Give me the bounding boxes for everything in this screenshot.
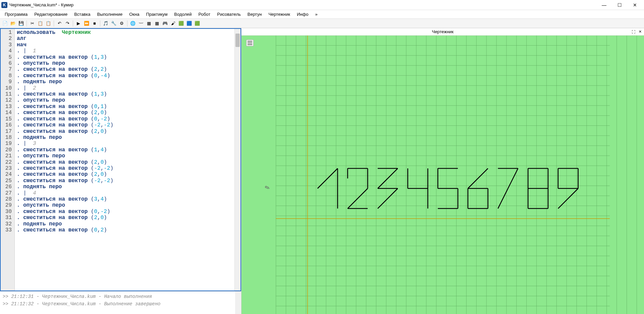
copy-icon[interactable]: 📋	[37, 20, 44, 27]
svg-line-84	[378, 189, 398, 209]
toolbar: 📄📂💾✂📋📋↶↷▶⏩■🎵🔧⚙🌐〰▦▦🎮🖌🟩🟦🟩	[0, 19, 644, 28]
open-file-icon[interactable]: 📂	[9, 20, 17, 27]
game-icon[interactable]: 🎮	[161, 20, 169, 27]
svg-line-79	[347, 189, 368, 209]
svg-line-99	[498, 168, 518, 209]
minimize-button[interactable]: ―	[596, 0, 612, 10]
canvas-menu-icon[interactable]	[246, 40, 254, 46]
menu-4[interactable]: Окна	[126, 11, 143, 18]
menu-3[interactable]: Выполнение	[94, 11, 126, 18]
menu-8[interactable]: Рисователь	[214, 11, 244, 18]
menu-6[interactable]: Водолей	[171, 11, 195, 18]
undo-icon[interactable]: ↶	[56, 20, 63, 27]
module-icon[interactable]: ▦	[145, 20, 153, 27]
console-scrollbar[interactable]	[235, 292, 241, 314]
code-area[interactable]: использовать Чертежникалгнач. | 1. смест…	[15, 29, 234, 291]
svg-line-93	[468, 168, 488, 189]
maximize-button[interactable]: ☐	[612, 0, 627, 10]
run-icon[interactable]: ▶	[75, 20, 82, 27]
menu-2[interactable]: Вставка	[71, 11, 94, 18]
menu-1[interactable]: Редактирование	[31, 11, 71, 18]
canvas-title-text: Чертежник	[432, 29, 454, 34]
window-title: Чертежник_Числа.kum* - Кумир	[9, 2, 596, 7]
menu-7[interactable]: Робот	[195, 11, 214, 18]
menu-0[interactable]: Программа	[1, 11, 31, 18]
menu-9[interactable]: Вертун	[244, 11, 265, 18]
left-pane: 1234567891011121314151617181920212223242…	[0, 28, 241, 314]
menu-bar: ПрограммаРедактированиеВставкаВыполнение…	[0, 10, 644, 19]
cut-icon[interactable]: ✂	[29, 20, 36, 27]
menu-5[interactable]: Практикум	[143, 11, 171, 18]
save-icon[interactable]: 💾	[17, 20, 25, 27]
new-file-icon[interactable]: 📄	[1, 20, 9, 27]
menu-10[interactable]: Чертежник	[265, 11, 293, 18]
stop-icon[interactable]: ■	[91, 20, 98, 27]
tool1-icon[interactable]: 🎵	[102, 20, 109, 27]
drawing-canvas[interactable]: ✎	[241, 36, 644, 314]
wave-icon[interactable]: 〰	[137, 20, 145, 27]
grid-icon[interactable]: ▦	[153, 20, 161, 27]
code-editor[interactable]: 1234567891011121314151617181920212223242…	[0, 28, 241, 291]
output-console: >> 21:12:31 - Чертежник_Числа.kum - Нача…	[0, 291, 241, 314]
menu-11[interactable]: Инфо	[293, 11, 312, 18]
canvas-titlebar: Чертежник ⛶ ✕	[241, 28, 644, 36]
app-logo-icon: K	[1, 2, 7, 8]
right-pane: Чертежник ⛶ ✕ ✎	[241, 28, 644, 314]
title-bar: K Чертежник_Числа.kum* - Кумир ― ☐ ✕	[0, 0, 644, 10]
svg-line-82	[378, 168, 398, 189]
svg-line-109	[558, 189, 578, 209]
line-gutter: 1234567891011121314151617181920212223242…	[1, 29, 15, 291]
canvas-maximize-icon[interactable]: ⛶	[631, 29, 636, 35]
globe-icon[interactable]: 🌐	[129, 20, 137, 27]
redo-icon[interactable]: ↷	[64, 20, 71, 27]
brush-icon[interactable]: 🖌	[169, 20, 177, 27]
svg-line-74	[318, 168, 338, 189]
paste-icon[interactable]: 📋	[45, 20, 52, 27]
tool2-icon[interactable]: 🔧	[110, 20, 117, 27]
tool3-icon[interactable]: ⚙	[118, 20, 125, 27]
draw-icon[interactable]: 🟦	[185, 20, 193, 27]
canvas-close-icon[interactable]: ✕	[637, 29, 643, 35]
chart-icon[interactable]: 🟩	[194, 20, 201, 27]
close-button[interactable]: ✕	[627, 0, 643, 10]
menu-12[interactable]: »	[312, 11, 321, 18]
turtle-icon[interactable]: 🟩	[177, 20, 185, 27]
step-icon[interactable]: ⏩	[83, 20, 90, 27]
editor-scrollbar[interactable]	[234, 29, 240, 291]
